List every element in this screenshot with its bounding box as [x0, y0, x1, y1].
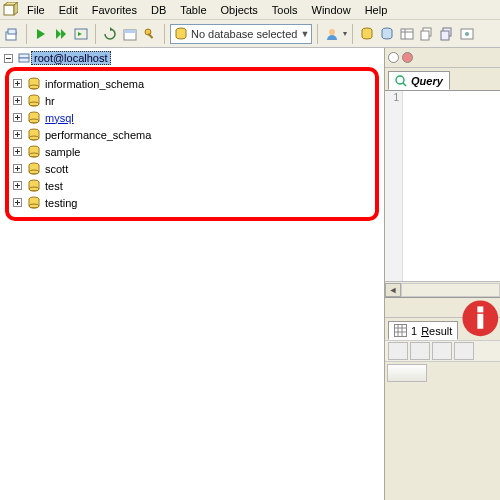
database-list-highlight: information_schemahrmysqlperformance_sch… [5, 67, 379, 221]
svg-rect-5 [124, 30, 136, 33]
menu-help[interactable]: Help [358, 2, 395, 18]
result-btn-2[interactable] [410, 342, 430, 360]
database-icon [174, 27, 188, 41]
query-editor[interactable]: 1 [385, 90, 500, 281]
database-icon [27, 196, 41, 210]
svg-rect-21 [19, 54, 29, 58]
copy-db-icon[interactable] [418, 25, 436, 43]
scroll-track[interactable] [401, 283, 500, 297]
expand-icon[interactable] [13, 112, 24, 123]
result-grid[interactable] [385, 362, 500, 500]
collapse-icon[interactable] [4, 53, 15, 64]
execute-all-icon[interactable] [52, 25, 70, 43]
query-mini-toolbar [385, 48, 500, 68]
menu-tools[interactable]: Tools [265, 2, 305, 18]
execute-icon[interactable] [32, 25, 50, 43]
database-item[interactable]: sample [11, 143, 373, 160]
db-new-icon[interactable] [358, 25, 376, 43]
database-icon [27, 111, 41, 125]
svg-line-40 [403, 83, 406, 86]
result-panel: 1 Result [385, 298, 500, 500]
sched-icon[interactable] [121, 25, 139, 43]
database-selector[interactable]: No database selected ▼ [170, 24, 312, 44]
menu-objects[interactable]: Objects [214, 2, 265, 18]
expand-icon[interactable] [13, 163, 24, 174]
query-panel: Query 1 ◄ [385, 48, 500, 298]
user-icon[interactable] [323, 25, 341, 43]
menu-file[interactable]: File [20, 2, 52, 18]
editor-hscrollbar[interactable]: ◄ [385, 281, 500, 297]
result-btn-4[interactable] [454, 342, 474, 360]
database-name: hr [45, 95, 55, 107]
query-tab[interactable]: Query [388, 71, 450, 90]
execute-format-icon[interactable] [72, 25, 90, 43]
database-item[interactable]: hr [11, 92, 373, 109]
database-icon [27, 128, 41, 142]
svg-rect-18 [441, 31, 449, 40]
object-browser: root@localhost information_schemahrmysql… [0, 48, 385, 500]
database-name: mysql [45, 112, 74, 124]
copy-table-icon[interactable] [438, 25, 456, 43]
table-icon[interactable] [398, 25, 416, 43]
svg-rect-0 [4, 5, 14, 15]
svg-rect-48 [478, 307, 484, 313]
database-name: information_schema [45, 78, 144, 90]
lens-icon [395, 75, 407, 87]
database-name: testing [45, 197, 77, 209]
chevron-down-icon: ▼ [300, 29, 309, 39]
database-item[interactable]: performance_schema [11, 126, 373, 143]
tools-icon[interactable] [141, 25, 159, 43]
menu-db[interactable]: DB [144, 2, 173, 18]
refresh-icon[interactable] [101, 25, 119, 43]
new-connection-icon[interactable] [3, 25, 21, 43]
result-tab-label: Result [421, 325, 452, 337]
expand-icon[interactable] [13, 95, 24, 106]
dot-icon[interactable] [388, 52, 399, 63]
database-item[interactable]: scott [11, 160, 373, 177]
menu-favorites[interactable]: Favorites [85, 2, 144, 18]
database-icon [27, 94, 41, 108]
connection-root[interactable]: root@localhost [2, 50, 382, 66]
result-btn-1[interactable] [388, 342, 408, 360]
result-tab[interactable]: 1 Result [388, 321, 458, 340]
svg-rect-12 [401, 29, 413, 39]
svg-rect-22 [19, 58, 29, 62]
database-item[interactable]: testing [11, 194, 373, 211]
info-icon[interactable] [461, 299, 500, 338]
result-btn-3[interactable] [432, 342, 452, 360]
database-icon [27, 179, 41, 193]
result-tab-num: 1 [411, 325, 417, 337]
options-icon[interactable] [458, 25, 476, 43]
database-name: performance_schema [45, 129, 151, 141]
svg-rect-2 [8, 29, 16, 34]
app-icon [2, 2, 18, 18]
main-toolbar: No database selected ▼ ▾ [0, 20, 500, 48]
expand-icon[interactable] [13, 129, 24, 140]
editor-gutter: 1 [385, 91, 403, 281]
dot-icon[interactable] [402, 52, 413, 63]
expand-icon[interactable] [13, 197, 24, 208]
svg-rect-47 [478, 314, 484, 329]
result-toolbar [385, 340, 500, 362]
menu-edit[interactable]: Edit [52, 2, 85, 18]
db-sync-icon[interactable] [378, 25, 396, 43]
expand-icon[interactable] [13, 78, 24, 89]
menu-table[interactable]: Table [173, 2, 213, 18]
database-name: test [45, 180, 63, 192]
scroll-left-icon[interactable]: ◄ [385, 283, 401, 297]
database-icon [27, 77, 41, 91]
menu-bar: File Edit Favorites DB Table Objects Too… [0, 0, 500, 20]
expand-icon[interactable] [13, 180, 24, 191]
grid-icon [394, 324, 407, 337]
menu-window[interactable]: Window [305, 2, 358, 18]
expand-icon[interactable] [13, 146, 24, 157]
query-tab-label: Query [411, 75, 443, 87]
database-item[interactable]: mysql [11, 109, 373, 126]
database-item[interactable]: test [11, 177, 373, 194]
database-item[interactable]: information_schema [11, 75, 373, 92]
svg-point-20 [465, 32, 469, 36]
svg-point-39 [396, 76, 404, 84]
database-icon [27, 162, 41, 176]
database-name: scott [45, 163, 68, 175]
svg-rect-41 [395, 325, 407, 337]
